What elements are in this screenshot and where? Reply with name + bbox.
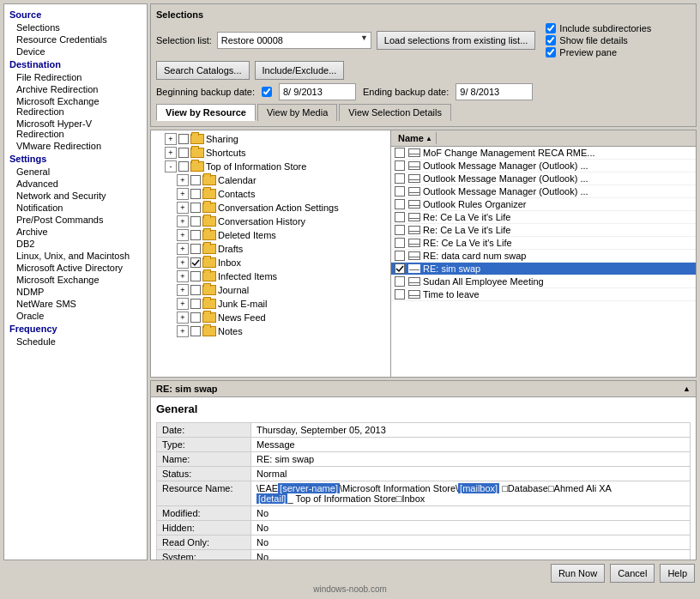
- ending-date-input[interactable]: [456, 83, 533, 100]
- sidebar-item-selections[interactable]: Selections: [4, 21, 147, 33]
- list-checkbox-11[interactable]: [395, 289, 405, 300]
- list-item-9[interactable]: RE: sim swap: [391, 263, 696, 275]
- search-catalogs-button[interactable]: Search Catalogs...: [156, 61, 250, 80]
- list-checkbox-9[interactable]: [395, 263, 405, 274]
- sidebar-item-exchange-redirection[interactable]: Microsoft Exchange Redirection: [4, 95, 147, 118]
- tree-item-top-info-store[interactable]: - Top of Information Store: [153, 160, 389, 173]
- list-item-5[interactable]: Re: Ce La Ve it's Life: [391, 211, 696, 224]
- tree-expander-sharing[interactable]: +: [165, 133, 177, 145]
- preview-scroll-up-icon[interactable]: ▲: [683, 384, 691, 393]
- sidebar-frequency-header[interactable]: Frequency: [4, 322, 147, 336]
- tree-expander-deleted[interactable]: +: [177, 229, 189, 241]
- tree-checkbox-conv-action[interactable]: [190, 203, 201, 213]
- list-checkbox-2[interactable]: [395, 173, 405, 184]
- tree-checkbox-notes[interactable]: [190, 326, 201, 336]
- list-item-2[interactable]: Outlook Message Manager (Outlook) ...: [391, 172, 696, 185]
- tree-expander-drafts[interactable]: +: [177, 243, 189, 255]
- list-checkbox-0[interactable]: [395, 148, 405, 158]
- selection-list-select[interactable]: Restore 00008: [217, 32, 371, 49]
- tree-checkbox-top-info[interactable]: [178, 161, 189, 172]
- tree-checkbox-contacts[interactable]: [190, 189, 201, 199]
- sidebar-item-pre-post[interactable]: Pre/Post Commands: [4, 214, 147, 226]
- cancel-button[interactable]: Cancel: [610, 564, 655, 583]
- tree-item-infected[interactable]: + Infected Items: [153, 269, 389, 283]
- sidebar-item-oracle[interactable]: Oracle: [4, 310, 147, 322]
- tree-expander-infected[interactable]: +: [177, 270, 189, 282]
- beginning-date-checkbox[interactable]: [262, 87, 272, 97]
- sidebar-item-network-security[interactable]: Network and Security: [4, 190, 147, 202]
- tree-item-news-feed[interactable]: + News Feed: [153, 311, 389, 324]
- tree-checkbox-calendar[interactable]: [190, 175, 201, 185]
- sidebar-destination-header[interactable]: Destination: [4, 57, 147, 71]
- list-checkbox-4[interactable]: [395, 199, 405, 209]
- tree-expander-inbox[interactable]: +: [177, 257, 189, 269]
- sidebar-item-advanced[interactable]: Advanced: [4, 178, 147, 190]
- tree-checkbox-conv-history[interactable]: [190, 216, 201, 227]
- tree-item-notes[interactable]: + Notes: [153, 324, 389, 338]
- list-checkbox-3[interactable]: [395, 186, 405, 197]
- tree-expander-notes[interactable]: +: [177, 325, 189, 337]
- sidebar-item-netware[interactable]: NetWare SMS: [4, 298, 147, 310]
- sidebar-item-resource-credentials[interactable]: Resource Credentials: [4, 33, 147, 45]
- include-exclude-button[interactable]: Include/Exclude...: [255, 61, 345, 80]
- list-item-6[interactable]: Re: Ce La Ve it's Life: [391, 224, 696, 237]
- tree-checkbox-journal[interactable]: [190, 285, 201, 295]
- list-item-8[interactable]: RE: data card num swap: [391, 250, 696, 263]
- list-checkbox-1[interactable]: [395, 160, 405, 171]
- preview-pane-checkbox[interactable]: [546, 47, 556, 57]
- tree-item-junk[interactable]: + Junk E-mail: [153, 297, 389, 311]
- tree-expander-shortcuts[interactable]: +: [165, 147, 177, 159]
- tree-item-conv-action[interactable]: + Conversation Action Settings: [153, 201, 389, 215]
- tree-item-journal[interactable]: + Journal: [153, 283, 389, 297]
- sidebar-item-hyperv-redirection[interactable]: Microsoft Hyper-V Redirection: [4, 118, 147, 140]
- tab-view-media[interactable]: View by Media: [257, 104, 337, 121]
- sidebar-item-linux[interactable]: Linux, Unix, and Macintosh: [4, 250, 147, 262]
- sidebar-item-notification[interactable]: Notification: [4, 202, 147, 214]
- sidebar-item-db2[interactable]: DB2: [4, 238, 147, 250]
- sidebar-item-vmware-redirection[interactable]: VMware Redirection: [4, 140, 147, 152]
- tree-expander-junk[interactable]: +: [177, 298, 189, 310]
- tree-item-contacts[interactable]: + Contacts: [153, 187, 389, 201]
- tree-expander-top-info[interactable]: -: [165, 160, 177, 172]
- list-checkbox-5[interactable]: [395, 212, 405, 222]
- list-item-0[interactable]: MoF Change Management RECA RME...: [391, 147, 696, 160]
- tree-item-conv-history[interactable]: + Conversation History: [153, 215, 389, 228]
- tab-view-resource[interactable]: View by Resource: [156, 104, 256, 121]
- tab-view-selection-details[interactable]: View Selection Details: [339, 104, 451, 121]
- sidebar-item-ms-exchange[interactable]: Microsoft Exchange: [4, 274, 147, 286]
- list-checkbox-7[interactable]: [395, 238, 405, 248]
- tree-checkbox-news-feed[interactable]: [190, 312, 201, 323]
- sidebar-item-archive-redirection[interactable]: Archive Redirection: [4, 83, 147, 95]
- sidebar-item-ndmp[interactable]: NDMP: [4, 286, 147, 298]
- tree-expander-conv-history[interactable]: +: [177, 215, 189, 227]
- list-checkbox-8[interactable]: [395, 251, 405, 261]
- tree-expander-news-feed[interactable]: +: [177, 312, 189, 324]
- list-checkbox-6[interactable]: [395, 225, 405, 235]
- tree-expander-conv-action[interactable]: +: [177, 202, 189, 214]
- show-file-details-checkbox[interactable]: [546, 35, 556, 45]
- tree-item-sharing[interactable]: + Sharing: [153, 132, 389, 146]
- list-item-4[interactable]: Outlook Rules Organizer: [391, 198, 696, 211]
- tree-item-shortcuts[interactable]: + Shortcuts: [153, 146, 389, 160]
- sidebar-item-device[interactable]: Device: [4, 45, 147, 57]
- tree-checkbox-deleted[interactable]: [190, 230, 201, 240]
- tree-expander-contacts[interactable]: +: [177, 188, 189, 200]
- list-item-11[interactable]: Time to leave: [391, 288, 696, 301]
- load-selections-button[interactable]: Load selections from existing list...: [377, 31, 536, 50]
- help-button[interactable]: Help: [660, 564, 695, 583]
- run-now-button[interactable]: Run Now: [551, 564, 605, 583]
- list-item-3[interactable]: Outlook Message Manager (Outlook) ...: [391, 185, 696, 198]
- tree-expander-journal[interactable]: +: [177, 284, 189, 296]
- sidebar-item-file-redirection[interactable]: File Redirection: [4, 71, 147, 83]
- tree-checkbox-junk[interactable]: [190, 299, 201, 309]
- tree-checkbox-infected[interactable]: [190, 271, 201, 281]
- sidebar-settings-header[interactable]: Settings: [4, 152, 147, 166]
- sidebar-item-archive[interactable]: Archive: [4, 226, 147, 238]
- tree-checkbox-inbox[interactable]: [190, 257, 201, 268]
- beginning-date-input[interactable]: [279, 83, 356, 100]
- tree-expander-calendar[interactable]: +: [177, 174, 189, 186]
- tree-item-drafts[interactable]: + Drafts: [153, 242, 389, 256]
- list-item-1[interactable]: Outlook Message Manager (Outlook) ...: [391, 160, 696, 172]
- tree-checkbox-sharing[interactable]: [178, 134, 189, 144]
- tree-item-calendar[interactable]: + Calendar: [153, 173, 389, 187]
